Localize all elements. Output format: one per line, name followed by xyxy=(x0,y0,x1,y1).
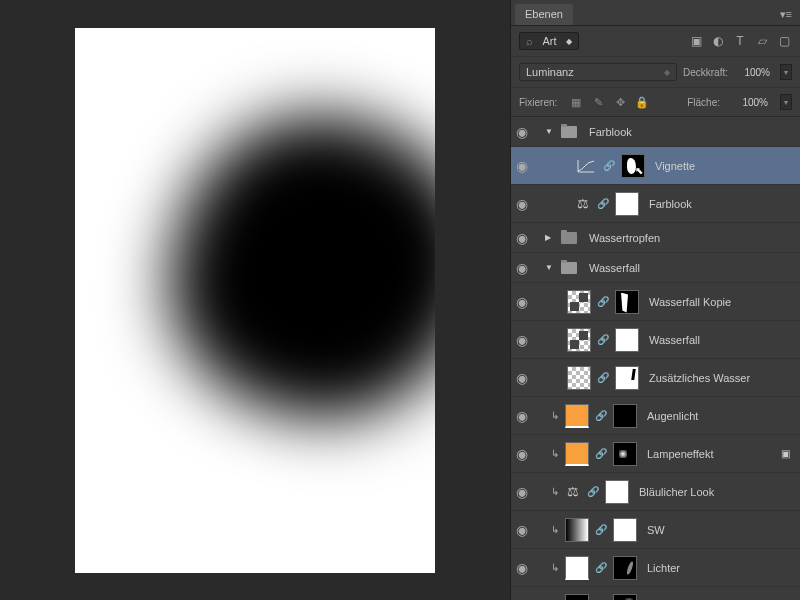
layers-list: ◉ ▼ Farblook ◉ 🔗 ⬉ Vignette ◉ ⚖ 🔗 Farblo… xyxy=(511,117,800,600)
layer-group-wasserfall[interactable]: ◉ ▼ Wasserfall xyxy=(511,253,800,283)
layer-mask-thumb[interactable] xyxy=(613,594,637,601)
fill-arrow-icon[interactable]: ▾ xyxy=(780,94,792,110)
layer-name: Wasserfall xyxy=(589,262,640,274)
link-icon[interactable]: 🔗 xyxy=(593,562,609,573)
link-icon[interactable]: 🔗 xyxy=(595,334,611,345)
layer-mask-thumb[interactable] xyxy=(613,556,637,580)
layers-panel: Ebenen ▾≡ ⌕ Art ◆ ▣ ◐ T ▱ ▢ Luminanz◆ De… xyxy=(510,0,800,600)
link-icon[interactable]: 🔗 xyxy=(595,198,611,209)
layers-tab[interactable]: Ebenen xyxy=(515,4,573,25)
filter-shape-icon[interactable]: ▱ xyxy=(754,33,770,49)
filter-smart-icon[interactable]: ▢ xyxy=(776,33,792,49)
layer-mask-thumb[interactable] xyxy=(615,366,639,390)
layer-name: Wasserfall xyxy=(649,334,700,346)
visibility-icon[interactable]: ◉ xyxy=(515,158,529,174)
link-icon[interactable]: 🔗 xyxy=(595,296,611,307)
layer-mask-thumb[interactable] xyxy=(615,328,639,352)
layer-thumb[interactable] xyxy=(567,290,591,314)
layer-thumb[interactable] xyxy=(567,328,591,352)
document-canvas[interactable] xyxy=(75,28,435,573)
smart-filter-icon[interactable]: ▣ xyxy=(775,446,796,461)
fill-thumb[interactable] xyxy=(565,594,589,601)
visibility-icon[interactable]: ◉ xyxy=(515,522,529,538)
layer-name: Wasserfall Kopie xyxy=(649,296,731,308)
layer-zusaetzliches-wasser[interactable]: ◉ 🔗 Zusätzliches Wasser xyxy=(511,359,800,397)
lock-all-icon[interactable]: 🔒 xyxy=(635,95,649,109)
fill-thumb[interactable] xyxy=(565,404,589,428)
visibility-icon[interactable]: ◉ xyxy=(515,332,529,348)
link-icon[interactable]: 🔗 xyxy=(595,372,611,383)
lock-checker-icon[interactable]: ▦ xyxy=(569,95,583,109)
fill-value[interactable]: 100% xyxy=(732,95,772,110)
expand-icon[interactable]: ▶ xyxy=(545,233,555,242)
layer-mask-thumb[interactable] xyxy=(605,480,629,504)
layer-mask-thumb[interactable] xyxy=(613,442,637,466)
visibility-icon[interactable]: ◉ xyxy=(515,196,529,212)
filter-type-select[interactable]: ⌕ Art ◆ xyxy=(519,32,579,50)
layer-lampeneffekt[interactable]: ◉ ↳ 🔗 Lampeneffekt ▣ xyxy=(511,435,800,473)
fill-thumb[interactable] xyxy=(565,442,589,466)
blend-mode-select[interactable]: Luminanz◆ xyxy=(519,63,677,81)
visibility-icon[interactable]: ◉ xyxy=(515,294,529,310)
layer-lichter[interactable]: ◉ ↳ 🔗 Lichter xyxy=(511,549,800,587)
clip-icon: ↳ xyxy=(549,486,561,497)
link-icon[interactable]: 🔗 xyxy=(585,486,601,497)
layer-name: Bläulicher Look xyxy=(639,486,714,498)
layer-mask-thumb[interactable] xyxy=(615,290,639,314)
balance-icon: ⚖ xyxy=(575,196,591,211)
canvas-area xyxy=(0,0,510,600)
layer-wasserfall-layer[interactable]: ◉ 🔗 Wasserfall xyxy=(511,321,800,359)
visibility-icon[interactable]: ◉ xyxy=(515,370,529,386)
visibility-icon[interactable]: ◉ xyxy=(515,560,529,576)
gradmap-thumb[interactable] xyxy=(565,518,589,542)
layer-blaeulicher-look[interactable]: ◉ ↳ ⚖ 🔗 Bläulicher Look xyxy=(511,473,800,511)
opacity-value[interactable]: 100% xyxy=(734,65,774,80)
visibility-icon[interactable]: ◉ xyxy=(515,408,529,424)
layer-name: Lichter xyxy=(647,562,680,574)
layer-group-wassertropfen[interactable]: ◉ ▶ Wassertropfen xyxy=(511,223,800,253)
layer-mask-thumb[interactable] xyxy=(613,518,637,542)
fill-thumb[interactable] xyxy=(565,556,589,580)
lock-move-icon[interactable]: ✥ xyxy=(613,95,627,109)
fill-label: Fläche: xyxy=(687,97,720,108)
link-icon[interactable]: 🔗 xyxy=(593,448,609,459)
link-icon[interactable]: 🔗 xyxy=(593,524,609,535)
layer-farblook-adj[interactable]: ◉ ⚖ 🔗 Farblook xyxy=(511,185,800,223)
clip-icon: ↳ xyxy=(549,410,561,421)
visibility-icon[interactable]: ◉ xyxy=(515,260,529,276)
layer-augenlicht[interactable]: ◉ ↳ 🔗 Augenlicht xyxy=(511,397,800,435)
balance-icon: ⚖ xyxy=(565,484,581,499)
visibility-icon[interactable]: ◉ xyxy=(515,124,529,140)
layer-mask-thumb[interactable]: ⬉ xyxy=(621,154,645,178)
filter-pixel-icon[interactable]: ▣ xyxy=(688,33,704,49)
layer-name: Wassertropfen xyxy=(589,232,660,244)
folder-open-icon xyxy=(561,126,577,138)
opacity-label: Deckkraft: xyxy=(683,67,728,78)
visibility-icon[interactable]: ◉ xyxy=(515,230,529,246)
layer-thumb[interactable] xyxy=(567,366,591,390)
panel-menu-icon[interactable]: ▾≡ xyxy=(772,4,800,25)
collapse-icon[interactable]: ▼ xyxy=(545,127,555,136)
visibility-icon[interactable]: ◉ xyxy=(515,484,529,500)
layer-name: Farblook xyxy=(649,198,692,210)
layer-name: Zusätzliches Wasser xyxy=(649,372,750,384)
link-icon[interactable]: 🔗 xyxy=(593,410,609,421)
layer-sw[interactable]: ◉ ↳ 🔗 SW xyxy=(511,511,800,549)
layer-schatten[interactable]: ◉ ↳ 🔗 Schatten xyxy=(511,587,800,600)
filter-adjust-icon[interactable]: ◐ xyxy=(710,33,726,49)
filter-label: Art xyxy=(542,35,556,47)
link-icon[interactable]: 🔗 xyxy=(601,160,617,171)
layer-vignette[interactable]: ◉ 🔗 ⬉ Vignette xyxy=(511,147,800,185)
lock-brush-icon[interactable]: ✎ xyxy=(591,95,605,109)
clip-icon: ↳ xyxy=(549,524,561,535)
layer-wasserfall-kopie[interactable]: ◉ 🔗 Wasserfall Kopie xyxy=(511,283,800,321)
filter-type-icon[interactable]: T xyxy=(732,33,748,49)
collapse-icon[interactable]: ▼ xyxy=(545,263,555,272)
clip-icon: ↳ xyxy=(549,448,561,459)
layer-group-farblook[interactable]: ◉ ▼ Farblook xyxy=(511,117,800,147)
opacity-arrow-icon[interactable]: ▾ xyxy=(780,64,792,80)
layer-mask-thumb[interactable] xyxy=(615,192,639,216)
mask-shape xyxy=(141,84,435,451)
layer-mask-thumb[interactable] xyxy=(613,404,637,428)
visibility-icon[interactable]: ◉ xyxy=(515,446,529,462)
